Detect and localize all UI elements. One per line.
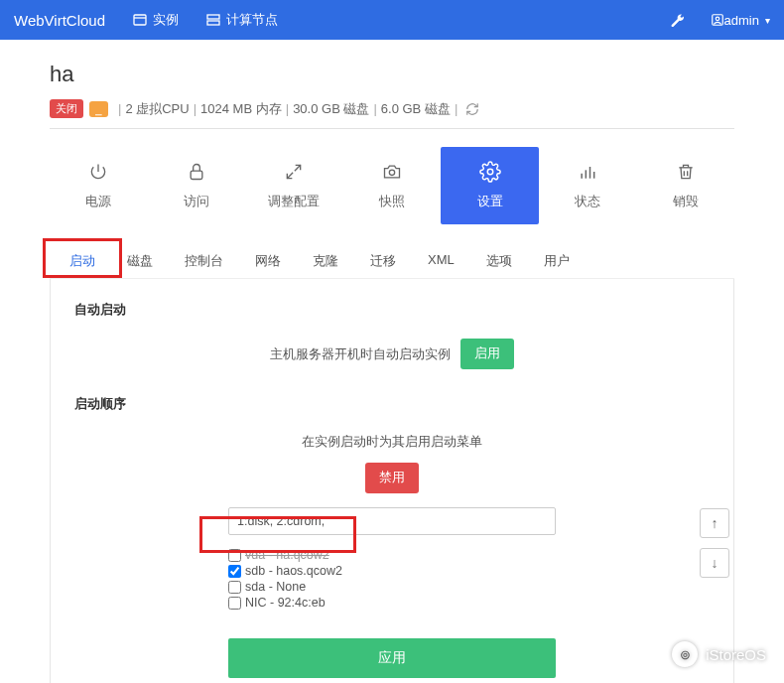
tab-destroy-label: 销毁: [673, 193, 699, 210]
subtab-boot[interactable]: 启动: [54, 244, 111, 278]
watermark: ⊚ iStoreOS: [672, 641, 766, 667]
instance-title: ha: [50, 62, 734, 87]
bootorder-title: 启动顺序: [74, 395, 710, 413]
tab-snapshot[interactable]: 快照: [343, 147, 442, 224]
subtab-clone[interactable]: 克隆: [297, 244, 354, 278]
wrench-icon[interactable]: [670, 13, 685, 28]
subtab-console[interactable]: 控制台: [169, 244, 239, 278]
disk2-text: 6.0 GB 磁盘: [381, 100, 451, 118]
nav-instances[interactable]: 实例: [133, 11, 179, 29]
vcpu-text: 2 虚拟CPU: [125, 100, 189, 118]
subtab-xml[interactable]: XML: [412, 244, 470, 278]
apply-button[interactable]: 应用: [228, 638, 556, 678]
instance-summary: 关闭 ⎯ | 2 虚拟CPU | 1024 MB 内存 | 30.0 GB 磁盘…: [50, 99, 734, 118]
bars-icon: [577, 161, 598, 183]
tab-destroy[interactable]: 销毁: [636, 147, 734, 224]
wechat-icon: ⊚: [672, 641, 698, 667]
boot-option[interactable]: sdb - haos.qcow2: [228, 563, 556, 579]
svg-rect-0: [134, 15, 146, 25]
tab-power[interactable]: 电源: [50, 147, 148, 224]
move-down-button[interactable]: ↓: [700, 548, 729, 578]
boot-option-checkbox[interactable]: [228, 549, 241, 562]
user-label: admin: [724, 13, 759, 28]
autostart-row: 主机服务器开机时自动启动实例 启用: [74, 339, 710, 369]
camera-icon: [381, 161, 403, 183]
sync-icon[interactable]: [465, 102, 479, 116]
tab-status[interactable]: 状态: [539, 147, 637, 224]
lock-icon: [186, 161, 207, 183]
caret-down-icon: ▾: [765, 15, 770, 26]
boot-option-checkbox[interactable]: [228, 597, 241, 610]
mem-text: 1024 MB 内存: [200, 100, 282, 118]
server-icon: [206, 13, 220, 27]
bootorder-desc: 在实例启动时为其启用启动菜单: [302, 433, 482, 451]
divider: [50, 128, 734, 129]
svg-rect-6: [191, 171, 202, 179]
bootorder-input[interactable]: [228, 507, 556, 535]
boot-option-checkbox[interactable]: [228, 581, 241, 594]
user-menu[interactable]: admin ▾: [711, 13, 770, 28]
user-icon: [711, 13, 724, 27]
svg-point-8: [487, 169, 493, 175]
boot-option[interactable]: vda - ha.qcow2: [228, 547, 556, 563]
page-body: ha 关闭 ⎯ | 2 虚拟CPU | 1024 MB 内存 | 30.0 GB…: [0, 40, 784, 683]
sub-tabs: 启动 磁盘 控制台 网络 克隆 迁移 XML 选项 用户: [50, 244, 734, 279]
nav-instances-label: 实例: [153, 11, 179, 29]
trash-icon: [675, 161, 697, 183]
move-up-button[interactable]: ↑: [700, 508, 729, 538]
settings-panel: 自动启动 主机服务器开机时自动启动实例 启用 启动顺序 在实例启动时为其启用启动…: [50, 279, 734, 683]
bootorder-input-row: [228, 507, 556, 535]
enable-button[interactable]: 启用: [460, 339, 514, 369]
window-icon: [133, 13, 147, 27]
boot-option[interactable]: NIC - 92:4c:eb: [228, 595, 556, 611]
tab-resize-label: 调整配置: [268, 193, 320, 210]
tab-status-label: 状态: [575, 193, 600, 210]
boot-option-label: sdb - haos.qcow2: [245, 564, 342, 578]
boot-option[interactable]: sda - None: [228, 579, 556, 595]
top-navbar: WebVirtCloud 实例 计算节点 admin ▾: [0, 0, 784, 40]
svg-rect-2: [207, 15, 219, 19]
status-badge-2: ⎯: [89, 101, 108, 117]
autostart-desc: 主机服务器开机时自动启动实例: [270, 345, 451, 363]
gear-icon: [479, 161, 501, 183]
boot-option-checkbox[interactable]: [228, 565, 241, 578]
expand-icon: [283, 161, 305, 183]
tab-settings-label: 设置: [477, 193, 503, 210]
svg-point-7: [389, 170, 394, 175]
subtab-network[interactable]: 网络: [239, 244, 297, 278]
disk1-text: 30.0 GB 磁盘: [293, 100, 369, 118]
subtab-options[interactable]: 选项: [470, 244, 528, 278]
nav-compute-label: 计算节点: [226, 11, 278, 29]
tab-access[interactable]: 访问: [148, 147, 246, 224]
bootorder-area: 在实例启动时为其启用启动菜单 禁用 vda - ha.qcow2sdb - ha…: [74, 433, 710, 678]
reorder-buttons: ↑ ↓: [700, 508, 729, 578]
power-icon: [87, 161, 109, 183]
boot-option-label: NIC - 92:4c:eb: [245, 596, 326, 610]
brand[interactable]: WebVirtCloud: [14, 12, 105, 29]
watermark-text: iStoreOS: [706, 646, 766, 663]
subtab-migrate[interactable]: 迁移: [354, 244, 412, 278]
subtab-disk[interactable]: 磁盘: [111, 244, 169, 278]
svg-rect-3: [207, 21, 219, 25]
nav-compute[interactable]: 计算节点: [206, 11, 278, 29]
tab-resize[interactable]: 调整配置: [245, 147, 343, 224]
action-tabs: 电源 访问 调整配置 快照 设置 状态 销毁: [50, 147, 734, 224]
svg-point-5: [716, 17, 719, 21]
tab-power-label: 电源: [85, 193, 111, 210]
tab-snapshot-label: 快照: [379, 193, 405, 210]
boot-option-label: vda - ha.qcow2: [245, 548, 329, 562]
disable-button[interactable]: 禁用: [365, 463, 419, 493]
subtab-users[interactable]: 用户: [528, 244, 586, 278]
tab-access-label: 访问: [184, 193, 209, 210]
status-badge: 关闭: [50, 99, 83, 118]
autostart-title: 自动启动: [74, 301, 710, 319]
boot-option-list: vda - ha.qcow2sdb - haos.qcow2sda - None…: [228, 547, 556, 611]
tab-settings[interactable]: 设置: [441, 147, 539, 224]
boot-option-label: sda - None: [245, 580, 306, 594]
